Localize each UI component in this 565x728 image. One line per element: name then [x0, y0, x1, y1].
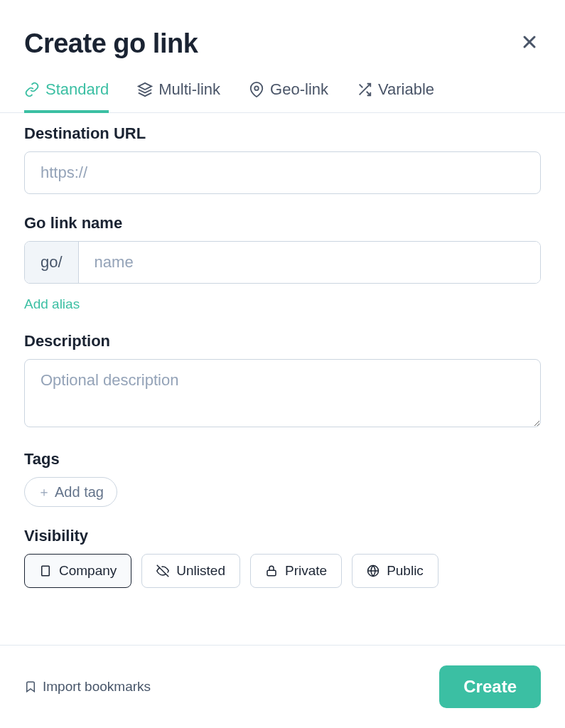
add-alias-link[interactable]: Add alias: [24, 296, 80, 312]
tab-label: Geo-link: [270, 80, 328, 99]
golink-name-label: Go link name: [24, 214, 541, 232]
golink-name-input[interactable]: [79, 242, 540, 283]
globe-icon: [367, 564, 380, 577]
visibility-private[interactable]: Private: [250, 554, 342, 588]
bookmark-icon: [24, 680, 37, 693]
tags-label: Tags: [24, 450, 541, 469]
visibility-option-label: Unlisted: [176, 563, 225, 579]
svg-marker-2: [139, 83, 151, 90]
tabs-row: Standard Multi-link Geo-link Variable: [0, 59, 565, 113]
add-tag-button[interactable]: ＋ Add tag: [24, 477, 117, 507]
eye-off-icon: [156, 564, 169, 577]
destination-url-input[interactable]: [24, 151, 541, 194]
map-pin-icon: [249, 82, 264, 97]
description-input[interactable]: [24, 359, 541, 427]
visibility-options: Company Unlisted Private Public: [24, 554, 541, 588]
visibility-option-label: Private: [285, 563, 327, 579]
plus-icon: ＋: [38, 483, 50, 500]
svg-point-3: [254, 86, 259, 90]
building-icon: [39, 564, 52, 577]
golink-name-group: go/: [24, 241, 541, 284]
close-icon: [521, 33, 538, 50]
tab-multilink[interactable]: Multi-link: [137, 80, 220, 113]
tab-geolink[interactable]: Geo-link: [249, 80, 328, 113]
svg-rect-7: [42, 566, 50, 576]
import-bookmarks-label: Import bookmarks: [43, 679, 151, 695]
tab-variable[interactable]: Variable: [357, 80, 434, 113]
golink-prefix: go/: [25, 242, 79, 283]
add-tag-label: Add tag: [55, 484, 104, 500]
description-label: Description: [24, 332, 541, 350]
tab-label: Multi-link: [158, 80, 220, 99]
link-icon: [24, 82, 40, 97]
visibility-label: Visibility: [24, 527, 541, 545]
tab-standard[interactable]: Standard: [24, 80, 109, 113]
lock-icon: [265, 564, 278, 577]
close-button[interactable]: [518, 31, 541, 57]
layers-icon: [137, 82, 153, 97]
destination-url-label: Destination URL: [24, 124, 541, 143]
shuffle-icon: [357, 82, 372, 97]
create-button[interactable]: Create: [439, 665, 541, 708]
modal-title: Create go link: [24, 28, 198, 59]
visibility-option-label: Company: [59, 563, 117, 579]
visibility-company[interactable]: Company: [24, 554, 131, 588]
visibility-public[interactable]: Public: [352, 554, 438, 588]
import-bookmarks-link[interactable]: Import bookmarks: [24, 679, 151, 695]
tab-label: Variable: [378, 80, 434, 99]
svg-line-6: [360, 85, 363, 88]
tab-label: Standard: [45, 80, 109, 99]
visibility-option-label: Public: [387, 563, 424, 579]
visibility-unlisted[interactable]: Unlisted: [141, 554, 240, 588]
svg-rect-15: [267, 570, 276, 576]
